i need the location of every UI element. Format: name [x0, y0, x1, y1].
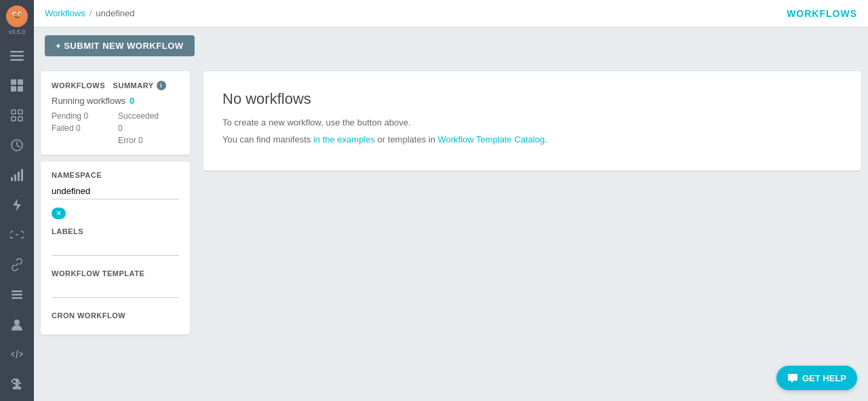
- svg-rect-10: [11, 86, 16, 92]
- svg-rect-15: [12, 117, 16, 121]
- svg-rect-18: [14, 174, 16, 181]
- puzzle-icon[interactable]: [0, 369, 34, 399]
- labels-input[interactable]: [52, 241, 179, 256]
- action-bar: + SUBMIT NEW WORKFLOW: [34, 27, 868, 64]
- stat-failed: Failed 0: [52, 123, 113, 133]
- link-icon[interactable]: [0, 250, 34, 280]
- svg-rect-12: [12, 110, 16, 114]
- svg-point-4: [19, 13, 20, 14]
- running-row: Running workflows 0: [52, 96, 179, 106]
- breadcrumb-workflows-link[interactable]: Workflows: [45, 8, 85, 18]
- submit-workflow-button[interactable]: + SUBMIT NEW WORKFLOW: [45, 35, 195, 56]
- workflows-icon[interactable]: [0, 100, 34, 130]
- namespace-input[interactable]: [52, 185, 179, 199]
- examples-link[interactable]: in the examples: [313, 134, 375, 145]
- svg-rect-7: [10, 59, 24, 61]
- svg-rect-20: [21, 169, 23, 181]
- summary-title-text: WORKFLOWS: [52, 81, 105, 90]
- stat-succeeded: Succeeded: [118, 111, 179, 121]
- lightning-icon[interactable]: [0, 190, 34, 220]
- namespace-tag-label: ✕: [56, 209, 62, 218]
- main-layout: WORKFLOWS SUMMARY i Running workflows 0 …: [34, 64, 868, 401]
- svg-point-26: [14, 320, 20, 325]
- labels-title: LABELS: [52, 227, 179, 235]
- namespace-title: NAMESPACE: [52, 171, 179, 179]
- clock-icon[interactable]: [0, 130, 34, 160]
- svg-line-27: [16, 350, 18, 358]
- content-area: + SUBMIT NEW WORKFLOW WORKFLOWS SUMMARY …: [34, 27, 868, 401]
- svg-rect-13: [18, 110, 22, 114]
- signal-icon[interactable]: [0, 160, 34, 190]
- running-count: 0: [130, 96, 134, 106]
- cron-workflow-title: CRON WORKFLOW: [52, 311, 179, 320]
- svg-rect-25: [12, 297, 22, 299]
- dashboard-icon[interactable]: [0, 71, 34, 100]
- no-workflows-desc1: To create a new workflow, use the button…: [222, 117, 842, 128]
- catalog-link[interactable]: Workflow Template Catalog: [438, 134, 545, 145]
- summary-title: WORKFLOWS SUMMARY i: [52, 81, 179, 90]
- svg-rect-19: [18, 172, 20, 181]
- stat-error-val-row: Error 0: [118, 136, 179, 145]
- user-icon[interactable]: [0, 309, 34, 339]
- stats-grid: Pending 0 Succeeded Failed 0 0: [52, 111, 179, 145]
- info-icon[interactable]: i: [157, 81, 166, 90]
- webhook-icon[interactable]: [0, 220, 34, 250]
- desc2-prefix: You can find manifests: [222, 134, 313, 145]
- svg-rect-17: [11, 177, 13, 181]
- list-icon[interactable]: [0, 280, 34, 309]
- summary-subtitle-text: SUMMARY: [113, 81, 154, 90]
- svg-rect-9: [18, 79, 23, 85]
- stat-succeeded-value: 0: [118, 123, 179, 133]
- code-icon[interactable]: [0, 339, 34, 369]
- avatar: [6, 5, 28, 27]
- filter-card: NAMESPACE ✕ LABELS WORKFLOW TEMPLATE CRO…: [41, 161, 190, 335]
- sidebar: v3.5.0: [0, 0, 34, 401]
- stat-pending-value: 0: [83, 111, 88, 121]
- svg-rect-8: [11, 79, 16, 85]
- breadcrumb: Workflows / undefined: [45, 8, 134, 18]
- stat-failed-label: Failed: [52, 123, 76, 133]
- svg-rect-6: [10, 55, 24, 57]
- namespace-tag: ✕: [52, 208, 66, 219]
- chat-icon: [787, 373, 798, 383]
- stat-succeeded-val: 0: [118, 123, 123, 133]
- stat-succeeded-label: Succeeded: [118, 111, 159, 121]
- svg-point-0: [9, 7, 24, 22]
- svg-rect-24: [12, 294, 22, 296]
- workflow-template-input[interactable]: [52, 283, 179, 298]
- no-workflows-card: No workflows To create a new workflow, u…: [203, 71, 861, 170]
- summary-card: WORKFLOWS SUMMARY i Running workflows 0 …: [41, 71, 190, 155]
- svg-point-3: [14, 13, 15, 14]
- svg-rect-14: [18, 117, 22, 121]
- avatar-container[interactable]: v3.5.0: [0, 0, 34, 41]
- main-content: Workflows / undefined WORKFLOWS + SUBMIT…: [34, 0, 868, 401]
- desc2-middle: or templates in: [375, 134, 438, 145]
- workflow-template-title: WORKFLOW TEMPLATE: [52, 269, 179, 278]
- topbar-title: WORKFLOWS: [787, 8, 857, 19]
- left-panel: WORKFLOWS SUMMARY i Running workflows 0 …: [34, 64, 197, 401]
- stat-error-value: 0: [138, 136, 143, 145]
- topbar: Workflows / undefined WORKFLOWS: [34, 0, 868, 27]
- stat-pending-label: Pending: [52, 111, 83, 121]
- desc2-suffix: .: [545, 134, 547, 145]
- svg-rect-11: [18, 86, 23, 92]
- running-label: Running workflows: [52, 96, 125, 106]
- breadcrumb-current: undefined: [96, 8, 134, 18]
- no-workflows-desc2: You can find manifests in the examples o…: [222, 134, 842, 145]
- svg-rect-23: [12, 290, 22, 292]
- get-help-button[interactable]: GET HELP: [776, 366, 857, 390]
- stat-error: [52, 136, 113, 145]
- stat-failed-value: 0: [76, 123, 81, 133]
- svg-marker-21: [13, 199, 21, 211]
- stat-error-label2: Error: [118, 136, 138, 145]
- no-workflows-title: No workflows: [222, 90, 842, 108]
- get-help-label: GET HELP: [802, 373, 846, 383]
- stat-pending: Pending 0: [52, 111, 113, 121]
- breadcrumb-separator: /: [90, 8, 92, 18]
- svg-rect-5: [10, 51, 24, 53]
- version-label: v3.5.0: [9, 28, 26, 35]
- right-panel: No workflows To create a new workflow, u…: [197, 64, 868, 401]
- menu-icon[interactable]: [0, 41, 34, 71]
